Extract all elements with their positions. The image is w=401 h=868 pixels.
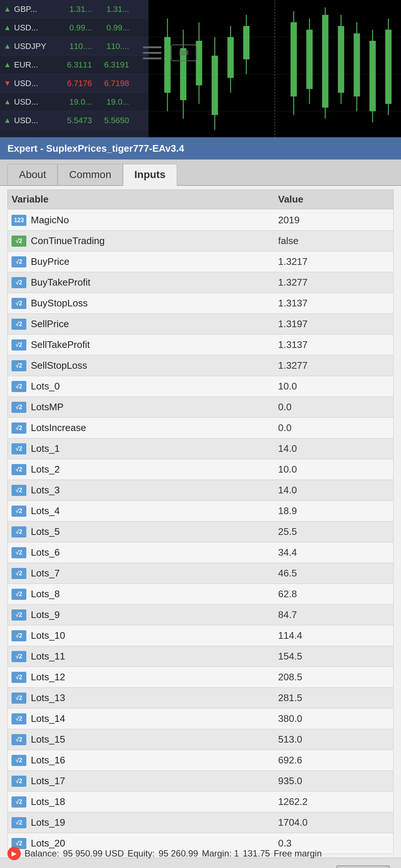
row-type-icon: √2 (12, 381, 26, 392)
row-type-icon: √2 (12, 506, 26, 517)
row-type-icon: √2 (12, 319, 26, 330)
hamburger-icon[interactable] (141, 45, 163, 61)
market-row[interactable]: ▲ USDJPY 110.... 110.... (0, 37, 149, 56)
table-row[interactable]: √2 LotsMP 0.0 (7, 397, 394, 418)
table-row[interactable]: √2 Lots_15 513.0 (7, 729, 394, 750)
table-row[interactable]: √2 Lots_17 935.0 (7, 771, 394, 792)
chart-area (149, 0, 401, 137)
table-row[interactable]: √2 Lots_12 208.5 (7, 667, 394, 688)
arrow-down-icon: ▼ (4, 79, 11, 88)
svg-rect-18 (291, 22, 297, 96)
table-row[interactable]: 123 MagicNo 2019 (7, 210, 394, 231)
arrow-up-icon: ▲ (4, 42, 11, 50)
ok-button[interactable]: OK (336, 865, 390, 868)
tab-inputs[interactable]: Inputs (123, 164, 177, 186)
table-body: 123 MagicNo 2019 √2 ConTinueTrading fals… (7, 210, 394, 854)
table-row[interactable]: √2 Lots_2 10.0 (7, 459, 394, 480)
row-variable: SellPrice (31, 318, 278, 330)
market-price2: 0.99... (92, 23, 129, 33)
table-row[interactable]: √2 Lots_10 114.4 (7, 625, 394, 646)
tab-common[interactable]: Common (58, 164, 123, 185)
row-value: 18.9 (278, 505, 389, 517)
arrow-up-icon: ▲ (4, 5, 11, 13)
svg-rect-12 (212, 56, 218, 115)
keyboard-icon[interactable]: ⌨ (171, 45, 197, 61)
row-variable: Lots_20 (31, 838, 278, 849)
row-variable: BuyStopLoss (31, 297, 278, 309)
table-row[interactable]: √2 Lots_14 380.0 (7, 708, 394, 729)
market-row[interactable]: ▲ USD... 19.0... 19.0... (0, 93, 149, 111)
market-row[interactable]: ▲ GBP... 1.31... 1.31... (0, 0, 149, 19)
market-list: ▲ GBP... 1.31... 1.31... ▲ USD... 0.99..… (0, 0, 149, 137)
table-row[interactable]: √2 Lots_19 1704.0 (7, 812, 394, 833)
table-row[interactable]: √2 Lots_13 281.5 (7, 688, 394, 708)
tab-about[interactable]: About (7, 164, 58, 185)
row-value: 1.3277 (278, 277, 389, 288)
row-variable: Lots_19 (31, 817, 278, 828)
table-row[interactable]: √2 BuyPrice 1.3217 (7, 251, 394, 272)
table-row[interactable]: √2 Lots_6 34.4 (7, 542, 394, 563)
row-value: 1.3197 (278, 318, 389, 330)
row-variable: Lots_17 (31, 775, 278, 787)
arrow-up-icon: ▲ (4, 23, 11, 32)
market-row[interactable]: ▲ EUR... 6.3111 6.3191 (0, 56, 149, 74)
row-variable: SellTakeProfit (31, 339, 278, 351)
table-row[interactable]: √2 SellPrice 1.3197 (7, 314, 394, 335)
row-type-icon: √2 (12, 485, 26, 496)
balance-value: 95 950.99 USD (63, 848, 124, 859)
table-row[interactable]: √2 LotsIncrease 0.0 (7, 418, 394, 438)
table-row[interactable]: √2 Lots_7 46.5 (7, 563, 394, 584)
row-value: 1.3277 (278, 360, 389, 371)
row-value: 0.0 (278, 422, 389, 434)
table-row[interactable]: √2 Lots_9 84.7 (7, 605, 394, 625)
market-price2: 1.31... (92, 4, 129, 14)
row-variable: Lots_1 (31, 443, 278, 454)
table-row[interactable]: √2 Lots_8 62.8 (7, 584, 394, 605)
equity-value: 95 260.99 (159, 848, 198, 859)
table-row[interactable]: √2 Lots_4 18.9 (7, 501, 394, 522)
table-row[interactable]: √2 Lots_0 10.0 (7, 376, 394, 397)
table-row[interactable]: √2 Lots_5 25.5 (7, 522, 394, 542)
row-type-icon: √2 (12, 713, 26, 724)
table-row[interactable]: √2 Lots_16 692.6 (7, 750, 394, 771)
row-value: 1.3137 (278, 297, 389, 309)
table-row[interactable]: √2 ConTinueTrading false (7, 231, 394, 251)
row-value: 281.5 (278, 692, 389, 704)
row-type-icon: √2 (12, 755, 26, 766)
table-row[interactable]: √2 SellStopLoss 1.3277 (7, 355, 394, 376)
table-row[interactable]: √2 Lots_1 14.0 (7, 438, 394, 459)
row-type-icon: √2 (12, 693, 26, 704)
row-value: 62.8 (278, 588, 389, 600)
table-row[interactable]: √2 BuyStopLoss 1.3137 (7, 293, 394, 314)
table-row[interactable]: √2 BuyTakeProfit 1.3277 (7, 272, 394, 293)
row-type-icon: √2 (12, 589, 26, 600)
row-value: 10.0 (278, 464, 389, 475)
market-row[interactable]: ▲ USD... 0.99... 0.99... (0, 19, 149, 37)
expert-title-bar: Expert - SuplexPrices_tiger777-EAv3.4 (0, 137, 401, 160)
market-row[interactable]: ▲ USD... 5.5473 5.5650 (0, 111, 149, 130)
row-type-icon: √2 (12, 568, 26, 579)
market-symbol: GBP... (14, 4, 55, 14)
table-row[interactable]: √2 Lots_11 154.5 (7, 646, 394, 667)
table-row[interactable]: √2 Lots_3 14.0 (7, 480, 394, 501)
svg-rect-26 (354, 33, 360, 96)
row-variable: BuyTakeProfit (31, 277, 278, 288)
row-value: 208.5 (278, 671, 389, 683)
row-variable: Lots_6 (31, 547, 278, 558)
col-variable-header: Variable (12, 194, 278, 205)
market-symbol: USDJPY (14, 42, 55, 51)
row-value: 114.4 (278, 630, 389, 641)
market-price1: 19.0... (55, 97, 92, 107)
row-value: 1704.0 (278, 817, 389, 828)
row-variable: Lots_9 (31, 609, 278, 621)
market-price1: 6.3111 (55, 60, 92, 70)
table-row[interactable]: √2 SellTakeProfit 1.3137 (7, 335, 394, 355)
market-price2: 6.7198 (92, 79, 129, 88)
row-variable: Lots_12 (31, 671, 278, 683)
row-variable: SellStopLoss (31, 360, 278, 371)
market-symbol: USD... (14, 79, 55, 88)
market-symbol: USD... (14, 116, 55, 125)
market-row[interactable]: ▼ USD... 6.7176 6.7198 (0, 74, 149, 93)
market-price2: 5.5650 (92, 116, 129, 125)
table-row[interactable]: √2 Lots_18 1262.2 (7, 792, 394, 812)
